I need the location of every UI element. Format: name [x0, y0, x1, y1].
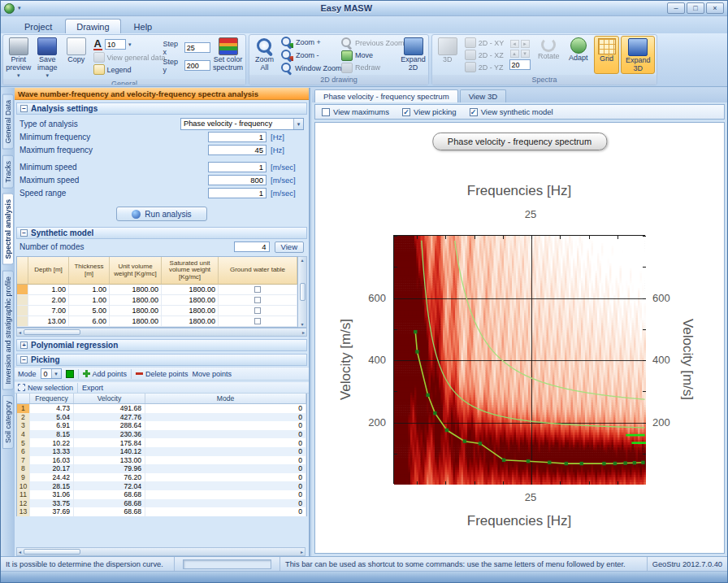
cell-saturated-weight[interactable]: 1800.00 [162, 316, 219, 326]
font-size-control[interactable]: A 10 ▾ [92, 38, 162, 50]
legend-button[interactable]: Legend [92, 64, 162, 75]
cell-velocity[interactable]: 133.00 [74, 456, 145, 465]
cell-depth[interactable]: 7.00 [28, 306, 69, 315]
cell-velocity[interactable]: 427.76 [74, 413, 145, 422]
cell-velocity[interactable]: 288.64 [74, 421, 145, 430]
rotate-up-icon[interactable]: ▴ [510, 50, 519, 58]
expand-3d-button[interactable]: Expand 3D [621, 36, 655, 74]
tab-view-3d[interactable]: View 3D [460, 89, 507, 102]
scroll-right-icon[interactable]: ▸ [302, 329, 305, 335]
cell-depth[interactable]: 2.00 [28, 295, 69, 305]
table-row[interactable]: 7 16.03 133.00 0 [17, 456, 306, 465]
tab-project[interactable]: Project [14, 20, 63, 33]
redraw-button[interactable]: Redraw [340, 63, 398, 73]
min-frequency-input[interactable]: 1 [208, 132, 266, 142]
row-selector[interactable] [17, 285, 28, 294]
speed-range-input[interactable]: 1 [208, 188, 266, 198]
cell-mode[interactable]: 0 [145, 499, 306, 508]
cell-velocity[interactable]: 491.68 [74, 404, 145, 413]
cell-saturated-weight[interactable]: 1800.00 [162, 285, 219, 294]
cell-velocity[interactable]: 72.04 [74, 481, 145, 490]
cell-mode[interactable]: 0 [145, 447, 306, 456]
table-row[interactable]: 5 10.22 175.84 0 [17, 438, 306, 447]
scroll-down-icon[interactable]: ▾ [301, 321, 303, 327]
cell-mode[interactable]: 0 [145, 438, 306, 447]
cell-frequency[interactable]: 10.22 [30, 438, 74, 447]
view-modes-button[interactable]: View [275, 241, 304, 253]
cell-velocity[interactable]: 79.96 [74, 464, 145, 473]
row-number[interactable]: 8 [17, 464, 30, 473]
collapse-icon[interactable]: − [20, 229, 28, 237]
quick-access-caret-icon[interactable]: ▾ [18, 5, 21, 11]
cell-unit-weight[interactable]: 1800.00 [110, 306, 162, 315]
scroll-thumb[interactable] [300, 283, 306, 301]
scroll-left-icon[interactable]: ◂ [19, 329, 21, 335]
cell-frequency[interactable]: 37.69 [30, 507, 74, 516]
row-number[interactable]: 10 [17, 481, 30, 490]
expand-icon[interactable]: + [20, 342, 28, 349]
cell-frequency[interactable]: 16.03 [30, 456, 74, 465]
scroll-up-icon[interactable]: ▴ [301, 257, 303, 263]
zoom-plus-button[interactable]: Zoom + [280, 37, 338, 48]
rotate-left-icon[interactable]: ◂ [510, 40, 519, 48]
row-number[interactable]: 7 [17, 456, 30, 465]
cell-groundwater-checkbox[interactable] [219, 306, 297, 315]
tab-help[interactable]: Help [124, 20, 163, 33]
cell-unit-weight[interactable]: 1800.00 [110, 295, 162, 305]
cell-mode[interactable]: 0 [145, 507, 306, 516]
cell-frequency[interactable]: 31.06 [30, 490, 74, 499]
view-2d-xz-button[interactable]: 2D - XZ [463, 50, 505, 60]
tab-phase-velocity-spectrum[interactable]: Phase velocity - frequency spectrum [314, 89, 458, 102]
row-number[interactable]: 12 [17, 499, 30, 508]
maximize-button[interactable]: □ [687, 2, 704, 14]
cell-velocity[interactable]: 68.68 [74, 499, 145, 508]
table-row[interactable]: 4 8.15 230.36 0 [17, 430, 306, 439]
max-frequency-input[interactable]: 45 [208, 145, 266, 155]
new-selection-button[interactable]: New selection [18, 384, 73, 392]
cell-unit-weight[interactable]: 1800.00 [110, 285, 162, 294]
chevron-down-icon[interactable]: ▾ [293, 119, 303, 129]
cell-frequency[interactable]: 24.42 [30, 473, 74, 482]
scroll-left-icon[interactable]: ◂ [19, 549, 21, 555]
side-tab[interactable]: Tracks [2, 155, 14, 189]
cell-groundwater-checkbox[interactable] [219, 295, 297, 305]
zoom-minus-button[interactable]: Zoom - [280, 50, 338, 61]
table-row[interactable]: 11 31.06 68.68 0 [17, 490, 306, 499]
number-of-modes-input[interactable]: 4 [234, 241, 270, 252]
cell-frequency[interactable]: 6.91 [30, 421, 74, 430]
view-3d-button[interactable]: 3D [434, 36, 462, 74]
type-of-analysis-select[interactable]: Phase velocity - frequency ▾ [180, 118, 304, 130]
horizontal-scrollbar[interactable]: ◂ ▸ [16, 547, 306, 556]
cell-depth[interactable]: 1.00 [28, 285, 69, 294]
rotate-right-icon[interactable]: ▸ [521, 40, 530, 48]
add-points-button[interactable]: Add points [83, 370, 128, 378]
cell-mode[interactable]: 0 [145, 456, 306, 465]
table-row[interactable]: 6 13.33 140.12 0 [17, 447, 306, 456]
collapse-icon[interactable]: − [20, 356, 28, 363]
cell-velocity[interactable]: 68.68 [74, 490, 145, 499]
row-number[interactable]: 9 [17, 473, 30, 482]
scroll-thumb[interactable] [24, 329, 80, 335]
row-number[interactable]: 2 [17, 413, 30, 422]
table-row[interactable]: 1 4.73 491.68 0 [17, 404, 306, 413]
table-row[interactable]: 3 6.91 288.64 0 [17, 421, 306, 430]
cell-depth[interactable]: 13.00 [28, 316, 69, 326]
move-button[interactable]: Move [340, 50, 398, 61]
cell-saturated-weight[interactable]: 1800.00 [162, 295, 219, 305]
view-2d-xy-button[interactable]: 2D - XY [463, 37, 505, 48]
move-points-button[interactable]: Move points [193, 370, 232, 378]
view-synthetic-model-checkbox[interactable]: ✓ View synthetic model [470, 107, 553, 116]
zoom-all-button[interactable]: Zoom All [251, 36, 278, 74]
export-button[interactable]: Export [82, 384, 103, 392]
cell-unit-weight[interactable]: 1800.00 [110, 316, 162, 326]
cell-mode[interactable]: 0 [145, 490, 306, 499]
row-number[interactable]: 6 [17, 447, 30, 456]
section-synthetic-model[interactable]: − Synthetic model [16, 227, 307, 239]
side-tab[interactable]: Inversion and stratigraphic profile [2, 271, 14, 390]
row-selector[interactable] [17, 295, 28, 305]
table-row[interactable]: 9 24.42 76.20 0 [17, 473, 306, 482]
cell-velocity[interactable]: 175.84 [74, 438, 145, 447]
view-maximums-checkbox[interactable]: ✓ View maximums [322, 107, 389, 116]
font-size-value[interactable]: 10 [105, 39, 126, 50]
cell-mode[interactable]: 0 [145, 421, 306, 430]
